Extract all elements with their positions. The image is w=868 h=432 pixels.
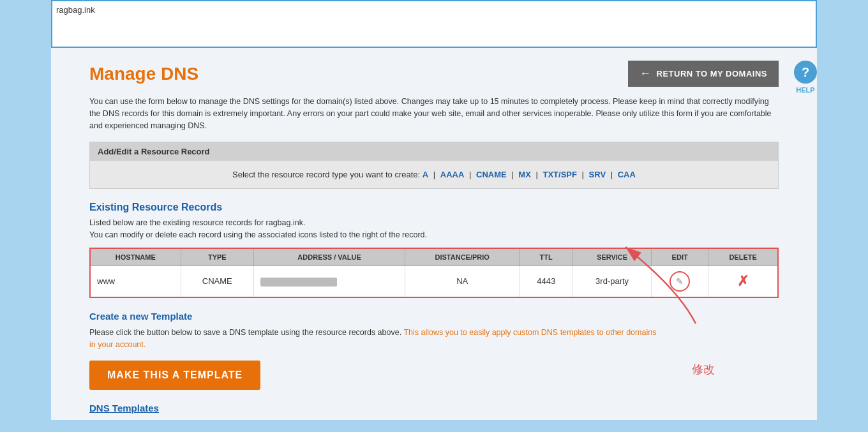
cell-hostname: www <box>90 265 181 297</box>
record-type-srv[interactable]: SRV <box>589 170 606 179</box>
description-text: You can use the form below to manage the… <box>89 96 779 131</box>
col-hostname: HOSTNAME <box>90 248 181 266</box>
col-ttl: TTL <box>520 248 573 266</box>
arrow-left-icon: ← <box>640 67 652 80</box>
help-label: HELP <box>796 86 814 94</box>
arrow-annotation <box>594 234 721 330</box>
record-type-mx[interactable]: MX <box>518 170 531 179</box>
record-type-a[interactable]: A <box>423 170 428 179</box>
record-type-caa[interactable]: CAA <box>618 170 636 179</box>
add-edit-resource-box: Add/Edit a Resource Record Select the re… <box>89 142 779 189</box>
create-template-desc: Please click the button below to save a … <box>89 327 664 351</box>
return-button[interactable]: ← RETURN TO MY DOMAINS <box>628 61 779 87</box>
create-template-section: 修改 Create a new Template Please click th… <box>89 311 779 391</box>
page-title: Manage DNS <box>89 64 198 84</box>
domain-display: ragbag.ink <box>56 5 95 15</box>
delete-button[interactable]: ✗ <box>737 273 749 289</box>
existing-records-title: Existing Resource Records <box>89 202 779 213</box>
cell-distance: NA <box>405 265 520 297</box>
make-template-button[interactable]: MAKE THIS A TEMPLATE <box>89 361 260 390</box>
help-section: ? HELP <box>794 61 817 94</box>
cell-ttl: 4443 <box>520 265 573 297</box>
col-distance: DISTANCE/PRIO <box>405 248 520 266</box>
cell-address <box>253 265 405 297</box>
col-type: TYPE <box>181 248 253 266</box>
return-button-label: RETURN TO MY DOMAINS <box>657 69 767 78</box>
dns-templates-link[interactable]: DNS Templates <box>89 403 779 413</box>
help-button[interactable]: ? <box>794 61 817 84</box>
record-type-cname[interactable]: CNAME <box>476 170 507 179</box>
record-type-aaaa[interactable]: AAAA <box>440 170 465 179</box>
header-row: Manage DNS ← RETURN TO MY DOMAINS <box>89 61 779 87</box>
chinese-annotation: 修改 <box>692 362 715 377</box>
col-address: ADDRESS / VALUE <box>253 248 405 266</box>
create-template-desc-normal: Please click the button below to save a … <box>89 328 401 337</box>
add-edit-body: Select the resource record type you want… <box>90 161 778 188</box>
cell-type: CNAME <box>181 265 253 297</box>
add-edit-header: Add/Edit a Resource Record <box>90 142 778 161</box>
select-prompt: Select the resource record type you want… <box>232 170 420 179</box>
record-type-txtspf[interactable]: TXT/SPF <box>543 170 577 179</box>
